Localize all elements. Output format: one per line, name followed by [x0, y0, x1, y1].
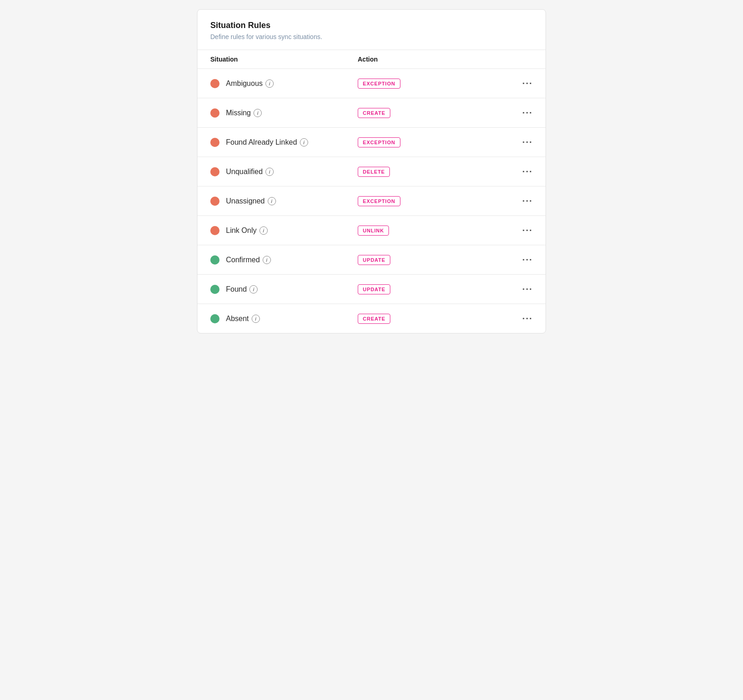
page-subtitle: Define rules for various sync situations…: [210, 33, 533, 40]
info-icon-unassigned[interactable]: i: [268, 197, 276, 205]
situation-name-absent: Absent i: [226, 315, 260, 323]
action-cell-unqualified: DELETE: [358, 167, 505, 177]
table-row: Found i UPDATE ···: [197, 275, 546, 304]
table-body: Ambiguous i EXCEPTION ··· Missing i CREA…: [197, 69, 546, 333]
situation-rules-card: Situation Rules Define rules for various…: [197, 9, 546, 333]
info-icon-found-already-linked[interactable]: i: [300, 138, 308, 147]
situation-name-found: Found i: [226, 285, 258, 294]
action-badge-unqualified[interactable]: DELETE: [358, 167, 390, 177]
table-row: Unassigned i EXCEPTION ···: [197, 186, 546, 216]
situation-name-link-only: Link Only i: [226, 226, 268, 235]
action-badge-unassigned[interactable]: EXCEPTION: [358, 196, 400, 206]
situation-cell-unqualified: Unqualified i: [210, 167, 358, 176]
more-menu-confirmed[interactable]: ···: [505, 254, 533, 265]
info-icon-ambiguous[interactable]: i: [265, 79, 274, 88]
column-action: Action: [358, 56, 505, 63]
action-cell-confirmed: UPDATE: [358, 255, 505, 265]
action-cell-missing: CREATE: [358, 108, 505, 118]
page-title: Situation Rules: [210, 21, 533, 30]
info-icon-missing[interactable]: i: [253, 109, 262, 117]
status-dot-link-only: [210, 226, 220, 235]
situation-cell-absent: Absent i: [210, 314, 358, 323]
table-row: Unqualified i DELETE ···: [197, 157, 546, 186]
situation-cell-confirmed: Confirmed i: [210, 255, 358, 265]
situation-cell-ambiguous: Ambiguous i: [210, 79, 358, 88]
action-badge-ambiguous[interactable]: EXCEPTION: [358, 79, 400, 89]
status-dot-confirmed: [210, 255, 220, 265]
table-row: Absent i CREATE ···: [197, 304, 546, 333]
status-dot-missing: [210, 108, 220, 118]
action-cell-absent: CREATE: [358, 314, 505, 324]
situation-name-unassigned: Unassigned i: [226, 197, 276, 205]
action-badge-missing[interactable]: CREATE: [358, 108, 390, 118]
info-icon-confirmed[interactable]: i: [263, 256, 271, 264]
more-menu-found[interactable]: ···: [505, 284, 533, 294]
card-header: Situation Rules Define rules for various…: [197, 10, 546, 50]
situation-name-missing: Missing i: [226, 109, 262, 117]
more-menu-found-already-linked[interactable]: ···: [505, 137, 533, 147]
action-cell-link-only: UNLINK: [358, 226, 505, 236]
table-header: Situation Action: [197, 50, 546, 69]
more-menu-absent[interactable]: ···: [505, 313, 533, 324]
status-dot-unassigned: [210, 197, 220, 206]
action-cell-unassigned: EXCEPTION: [358, 196, 505, 206]
info-icon-link-only[interactable]: i: [259, 226, 268, 235]
status-dot-unqualified: [210, 167, 220, 176]
situation-name-found-already-linked: Found Already Linked i: [226, 138, 308, 147]
situation-cell-link-only: Link Only i: [210, 226, 358, 235]
more-menu-missing[interactable]: ···: [505, 107, 533, 118]
column-more: [505, 56, 533, 63]
status-dot-found: [210, 285, 220, 294]
situation-cell-missing: Missing i: [210, 108, 358, 118]
action-badge-absent[interactable]: CREATE: [358, 314, 390, 324]
situation-cell-unassigned: Unassigned i: [210, 197, 358, 206]
action-badge-confirmed[interactable]: UPDATE: [358, 255, 390, 265]
action-cell-found: UPDATE: [358, 284, 505, 294]
status-dot-found-already-linked: [210, 138, 220, 147]
more-menu-ambiguous[interactable]: ···: [505, 78, 533, 89]
situation-cell-found-already-linked: Found Already Linked i: [210, 138, 358, 147]
info-icon-found[interactable]: i: [249, 285, 258, 294]
table-row: Confirmed i UPDATE ···: [197, 245, 546, 275]
table-row: Ambiguous i EXCEPTION ···: [197, 69, 546, 98]
more-menu-unqualified[interactable]: ···: [505, 166, 533, 177]
action-badge-link-only[interactable]: UNLINK: [358, 226, 389, 236]
more-menu-unassigned[interactable]: ···: [505, 196, 533, 206]
info-icon-absent[interactable]: i: [252, 315, 260, 323]
situation-name-confirmed: Confirmed i: [226, 256, 271, 264]
status-dot-ambiguous: [210, 79, 220, 88]
status-dot-absent: [210, 314, 220, 323]
situation-cell-found: Found i: [210, 285, 358, 294]
more-menu-link-only[interactable]: ···: [505, 225, 533, 236]
table-row: Link Only i UNLINK ···: [197, 216, 546, 245]
table-row: Found Already Linked i EXCEPTION ···: [197, 128, 546, 157]
action-cell-found-already-linked: EXCEPTION: [358, 137, 505, 147]
action-badge-found-already-linked[interactable]: EXCEPTION: [358, 137, 400, 147]
column-situation: Situation: [210, 56, 358, 63]
info-icon-unqualified[interactable]: i: [265, 168, 274, 176]
situation-name-unqualified: Unqualified i: [226, 168, 274, 176]
situation-name-ambiguous: Ambiguous i: [226, 79, 274, 88]
action-badge-found[interactable]: UPDATE: [358, 284, 390, 294]
table-row: Missing i CREATE ···: [197, 98, 546, 128]
action-cell-ambiguous: EXCEPTION: [358, 79, 505, 89]
